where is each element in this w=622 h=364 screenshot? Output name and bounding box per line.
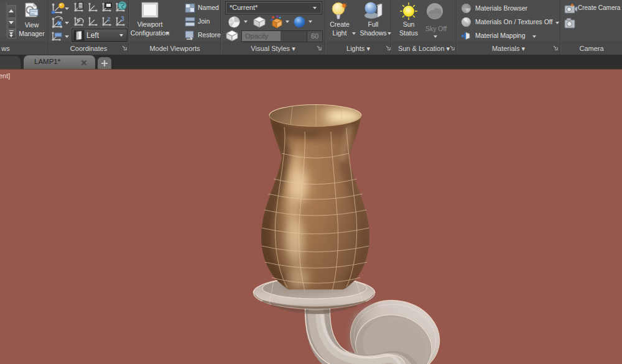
svg-text:3: 3 [121, 16, 124, 22]
svg-text:z: z [108, 16, 111, 22]
svg-text:x: x [58, 21, 61, 25]
